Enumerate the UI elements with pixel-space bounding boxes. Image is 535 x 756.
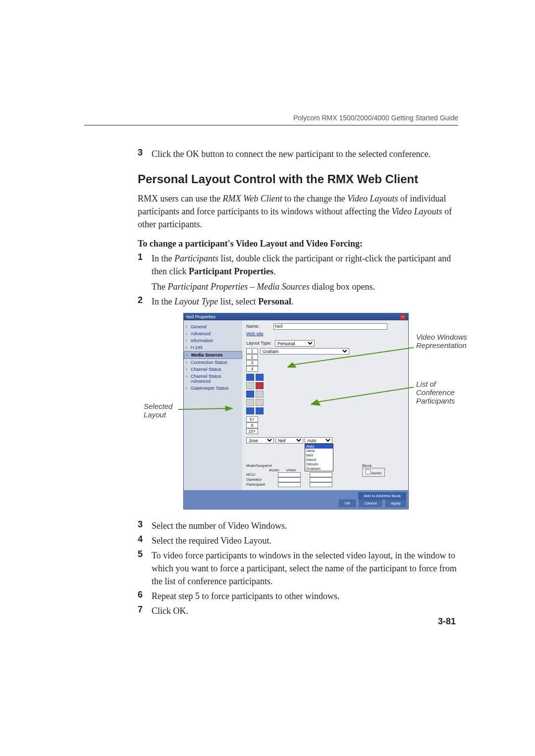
checkbox[interactable]: [366, 469, 371, 474]
step-num: 6: [138, 590, 152, 603]
step-text: In the Participants list, double click t…: [152, 252, 458, 278]
step-1: 1 In the Participants list, double click…: [138, 252, 458, 278]
layout-icon[interactable]: [256, 407, 264, 414]
website-link[interactable]: Web site: [246, 331, 264, 336]
cancel-button[interactable]: Cancel: [359, 500, 382, 507]
checkbox[interactable]: [310, 477, 332, 482]
row-operator: Operator: [246, 477, 269, 482]
step-text: Select the required Video Layout.: [152, 534, 271, 547]
nav-item[interactable]: GateKeeper Status: [184, 385, 242, 392]
name-input[interactable]: Neil: [273, 323, 387, 330]
step-text: Repeat step 5 to force participants to o…: [152, 590, 339, 603]
step-3-intro: 3 Click the OK button to connect the new…: [138, 148, 458, 160]
step-text: Select the number of Video Windows.: [152, 519, 287, 532]
participant-dropdown[interactable]: Auto Jane Neil David Steven Graham: [305, 444, 333, 471]
nav-item[interactable]: Channel Status Advanced: [184, 373, 242, 385]
callout-video-windows: Video Windows Representation: [416, 333, 481, 350]
step-num: 7: [138, 605, 152, 617]
layout-type-label: Layout Type:: [246, 341, 275, 346]
svg-line-4: [317, 387, 414, 402]
force-select-2[interactable]: Neil: [275, 437, 303, 444]
step-num: 2: [138, 295, 152, 308]
layout-icon[interactable]: [246, 399, 254, 406]
layout-icon[interactable]: [246, 382, 254, 389]
section-heading: Personal Layout Control with the RMX Web…: [138, 172, 458, 186]
win-count[interactable]: 10+: [246, 428, 258, 434]
step-num: 3: [138, 519, 152, 532]
step-num: 5: [138, 549, 152, 588]
nav-item[interactable]: H.245: [184, 344, 242, 351]
step-text: The Participant Properties – Media Sourc…: [152, 280, 375, 293]
name-label: Name:: [246, 324, 273, 329]
intro-paragraph: RMX users can use the RMX Web Client to …: [138, 192, 458, 231]
dialog-figure: Neil Properties × General Advanced Infor…: [183, 313, 476, 509]
win-count[interactable]: 2: [246, 354, 258, 360]
nav-item[interactable]: Advanced: [184, 330, 242, 337]
checkbox[interactable]: [278, 477, 301, 482]
step-5: 5 To video force participants to windows…: [138, 549, 458, 588]
step-num: 4: [138, 534, 152, 547]
step-6: 6 Repeat step 5 to force participants to…: [138, 590, 458, 603]
layout-icon[interactable]: [256, 391, 264, 398]
row-participant: Participant: [246, 482, 269, 487]
step-num: 3: [138, 148, 152, 160]
step-text: Click OK.: [152, 605, 188, 617]
layout-icon[interactable]: [256, 374, 264, 381]
add-address-book-button[interactable]: Add to Address Book: [358, 492, 406, 500]
win-count[interactable]: 3: [246, 360, 258, 366]
force-select-3[interactable]: Auto: [305, 437, 332, 444]
arrow-icon: [287, 345, 416, 370]
nav-item[interactable]: Information: [184, 337, 242, 344]
step-text: To video force participants to windows i…: [152, 549, 458, 588]
col-audio: Audio: [269, 468, 279, 472]
step-4: 4 Select the required Video Layout.: [138, 534, 458, 547]
layout-icon[interactable]: [246, 391, 254, 398]
step-1-result: The Participant Properties – Media Sourc…: [138, 280, 458, 293]
svg-line-2: [292, 348, 414, 365]
step-num: [138, 280, 152, 293]
svg-marker-5: [311, 400, 321, 405]
nav-item[interactable]: General: [184, 323, 242, 330]
layout-icon-selected[interactable]: [256, 382, 264, 389]
col-video: Video: [286, 468, 296, 472]
win-count[interactable]: 5+: [246, 416, 258, 422]
checkbox[interactable]: [278, 482, 301, 487]
step-2: 2 In the Layout Type list, select Person…: [138, 295, 458, 308]
dialog-footer: Add to Address Book OK Cancel Apply: [184, 490, 408, 509]
close-icon[interactable]: ×: [400, 314, 406, 319]
checkbox[interactable]: [310, 482, 332, 487]
svg-marker-1: [225, 406, 233, 411]
step-text: In the Layout Type list, select Personal…: [152, 295, 294, 308]
force-select-1[interactable]: Jose: [246, 437, 274, 444]
step-text: Click the OK button to connect the new p…: [152, 148, 430, 160]
layout-icon[interactable]: [246, 407, 254, 414]
arrow-icon: [178, 404, 233, 414]
arrow-icon: [310, 377, 416, 407]
nav-item-selected[interactable]: Media Sources: [184, 351, 242, 359]
svg-line-0: [178, 408, 225, 409]
nav-item[interactable]: Connection Status: [184, 359, 242, 366]
running-header: Polycom RMX 1500/2000/4000 Getting Start…: [84, 114, 458, 126]
row-mcu: MCU: [246, 472, 269, 477]
ok-button[interactable]: OK: [339, 500, 356, 507]
step-num: 1: [138, 252, 152, 278]
apply-button[interactable]: Apply: [385, 500, 406, 507]
checkbox[interactable]: [278, 472, 301, 477]
win-count[interactable]: 1: [246, 348, 258, 354]
nav-item[interactable]: Channel Status: [184, 366, 242, 373]
procedure-lead: To change a participant's Video Layout a…: [138, 239, 458, 249]
block-header: Block: [362, 463, 385, 468]
win-count[interactable]: 9: [246, 422, 258, 428]
layout-icon-grid: [246, 374, 267, 414]
page-number: 3-81: [438, 616, 456, 627]
layout-icon[interactable]: [246, 374, 254, 381]
win-count[interactable]: 4: [246, 366, 258, 372]
layout-icon[interactable]: [256, 399, 264, 406]
dialog-title-text: Neil Properties: [186, 314, 215, 319]
block-audio-label: Audio: [372, 471, 381, 475]
checkbox[interactable]: [310, 472, 332, 477]
step-7: 7 Click OK.: [138, 605, 458, 617]
callout-selected-layout: Selected Layout: [144, 402, 183, 419]
dialog-titlebar: Neil Properties ×: [184, 313, 408, 320]
step-3: 3 Select the number of Video Windows.: [138, 519, 458, 532]
